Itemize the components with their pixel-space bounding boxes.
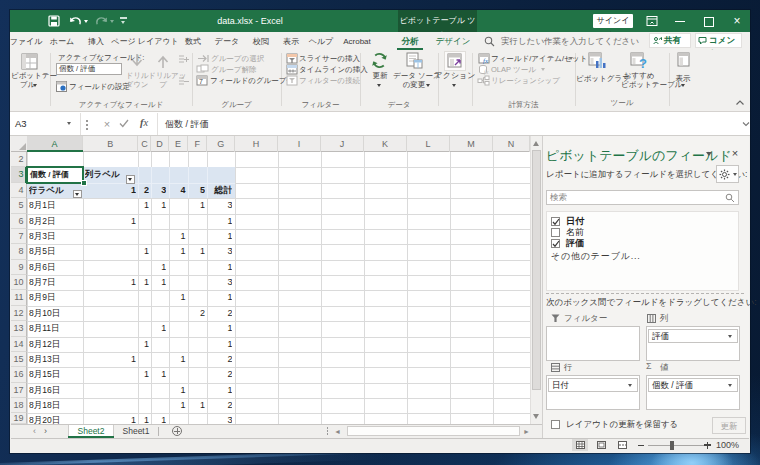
svg-text:?: ? xyxy=(639,56,647,69)
svg-text:7: 7 xyxy=(199,78,203,85)
svg-text:fx: fx xyxy=(483,57,489,64)
